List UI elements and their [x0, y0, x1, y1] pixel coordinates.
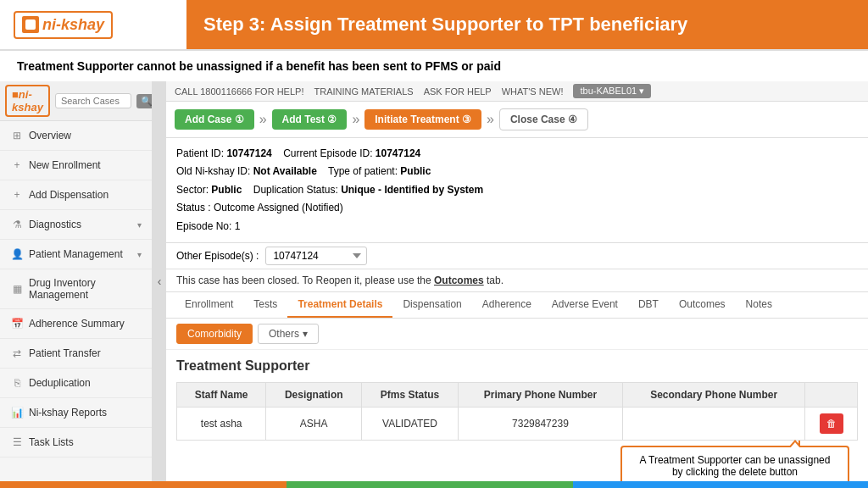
tab-adherence[interactable]: Adherence: [472, 292, 542, 318]
sidebar-label: Overview: [29, 130, 71, 141]
logo-icon: [22, 16, 39, 33]
list-icon: ☰: [10, 435, 24, 449]
training-materials[interactable]: TRAINING MATERIALS: [314, 86, 413, 97]
chevron-down-icon: ▾: [137, 250, 142, 259]
treatment-supporter-section: Treatment Supporter Staff Name Designati…: [166, 350, 868, 481]
episode-id-label: Current Episode ID:: [283, 147, 376, 159]
close-case-button[interactable]: Close Case ④: [499, 108, 588, 130]
sub-tabs-row: Comorbidity Others ▾: [166, 319, 868, 350]
steps-bar: Add Case ① » Add Test ② » Initiate Treat…: [166, 102, 868, 138]
spacing3: [245, 184, 251, 196]
transfer-icon: ⇄: [10, 347, 24, 360]
sidebar-item-adherence-summary[interactable]: 📅 Adherence Summary: [0, 309, 152, 339]
search-input[interactable]: [55, 93, 131, 108]
tab-notes[interactable]: Notes: [736, 292, 782, 318]
sector-label: Sector:: [176, 184, 211, 196]
callout-container: A Treatment Supporter can be unassigned …: [176, 446, 858, 481]
tab-outcomes[interactable]: Outcomes: [669, 292, 736, 318]
tab-dbt[interactable]: DBT: [628, 292, 669, 318]
add-case-button[interactable]: Add Case ①: [175, 109, 254, 130]
col-pfms-status: Pfms Status: [362, 382, 459, 407]
tab-adverse-event[interactable]: Adverse Event: [542, 292, 628, 318]
other-episodes-select[interactable]: 10747124: [265, 247, 367, 265]
bottom-bar: [0, 481, 868, 488]
callout-text: A Treatment Supporter can be unassigned …: [640, 454, 831, 478]
other-episodes-row: Other Episode(s) : 10747124: [166, 243, 868, 269]
add-test-button[interactable]: Add Test ②: [272, 109, 348, 130]
sidebar-top-nav: ■ni-kshay 🔍: [0, 81, 152, 121]
episode-no: 1: [235, 220, 241, 232]
sidebar: ■ni-kshay 🔍 ⊞ Overview + New Enrollment …: [0, 81, 153, 481]
col-secondary-phone: Secondary Phone Number: [623, 382, 805, 407]
tabs-row: Enrollment Tests Treatment Details Dispe…: [166, 292, 868, 319]
sidebar-item-task-lists[interactable]: ☰ Task Lists: [0, 428, 152, 458]
secondary-phone-cell: [623, 407, 805, 440]
warning-text: Treatment Supporter cannot be unassigned…: [17, 59, 501, 73]
tab-dispensation[interactable]: Dispensation: [392, 292, 471, 318]
copy-icon: ⎘: [10, 376, 24, 390]
sidebar-logo: ■ni-kshay: [12, 88, 43, 114]
sidebar-item-patient-transfer[interactable]: ⇄ Patient Transfer: [0, 339, 152, 369]
plus-icon: +: [10, 188, 24, 202]
sidebar-item-overview[interactable]: ⊞ Overview: [0, 121, 152, 151]
grid-icon: ⊞: [10, 129, 24, 142]
sidebar-item-patient-management[interactable]: 👤 Patient Management ▾: [0, 240, 152, 269]
sidebar-item-drug-inventory[interactable]: ▦ Drug Inventory Management: [0, 269, 152, 309]
col-designation: Designation: [266, 382, 362, 407]
whats-new[interactable]: WHAT'S NEW!: [502, 86, 564, 97]
chart-icon: 📊: [10, 406, 24, 419]
nikshay-id: Not Available: [253, 165, 317, 177]
warning-bar: Treatment Supporter cannot be unassigned…: [0, 51, 868, 81]
sidebar-label: Add Dispensation: [29, 189, 108, 201]
ask-help[interactable]: ASK FOR HELP: [424, 86, 492, 97]
status-value: Outcome Assigned (Notified): [214, 202, 343, 214]
episode-id: 10747124: [376, 147, 420, 159]
sub-tab-comorbidity[interactable]: Comorbidity: [176, 324, 253, 344]
tab-treatment-details[interactable]: Treatment Details: [287, 292, 392, 318]
sidebar-item-nikshay-reports[interactable]: 📊 Ni-kshay Reports: [0, 398, 152, 428]
outcomes-link[interactable]: Outcomes: [434, 274, 484, 286]
sidebar-label: New Enrollment: [29, 159, 101, 171]
delete-button[interactable]: 🗑: [820, 413, 843, 434]
calendar-icon: 📅: [10, 317, 24, 330]
svg-rect-0: [25, 19, 36, 30]
dropdown-arrow-icon: ▾: [303, 328, 308, 340]
sidebar-item-add-dispensation[interactable]: + Add Dispensation: [0, 180, 152, 210]
sidebar-item-deduplication[interactable]: ⎘ Deduplication: [0, 369, 152, 398]
sector: Public: [211, 184, 242, 196]
col-staff-name: Staff Name: [177, 382, 266, 407]
table-row: test asha ASHA VALIDATED 7329847239 🗑: [177, 407, 858, 440]
patient-type-label: Type of patient:: [328, 165, 400, 177]
call-help: CALL 1800116666 FOR HELP!: [175, 86, 303, 97]
col-action: [805, 382, 858, 407]
sidebar-item-new-enrollment[interactable]: + New Enrollment: [0, 151, 152, 180]
sidebar-label: Drug Inventory Management: [29, 277, 142, 301]
episode-no-label: Episode No:: [176, 220, 235, 232]
add-case-label: Add Case ①: [185, 114, 244, 125]
dup-status: Unique - Identified by System: [341, 184, 483, 196]
user-badge[interactable]: tbu-KABEL01 ▾: [573, 84, 651, 98]
sidebar-item-diagnostics[interactable]: ⚗ Diagnostics ▾: [0, 210, 152, 240]
status-label: Status :: [176, 202, 214, 214]
box-icon: ▦: [10, 282, 24, 296]
search-button[interactable]: 🔍: [136, 94, 153, 108]
dup-label: Duplication Status:: [253, 184, 341, 196]
closed-notice-end: tab.: [487, 274, 504, 286]
tab-tests[interactable]: Tests: [243, 292, 287, 318]
closed-notice-text: This case has been closed. To Reopen it,…: [176, 274, 434, 286]
spacing2: [320, 165, 326, 177]
callout-arrow-inner: [790, 442, 800, 448]
initiate-treatment-button[interactable]: Initiate Treatment ③: [364, 109, 481, 130]
sidebar-label: Diagnostics: [29, 219, 81, 230]
logo-text: ni-kshay: [42, 16, 104, 34]
sub-tab-others-dropdown[interactable]: Others ▾: [258, 324, 319, 344]
page-title: Step 3: Assign Treatment Supporter to TP…: [203, 14, 687, 36]
sidebar-label: Adherence Summary: [29, 318, 125, 330]
tab-enrollment[interactable]: Enrollment: [175, 292, 243, 318]
spacing: [275, 147, 281, 159]
sidebar-collapse-button[interactable]: ‹: [153, 81, 166, 481]
content-topnav: CALL 1800116666 FOR HELP! TRAINING MATER…: [166, 81, 868, 102]
add-test-label: Add Test ②: [282, 114, 337, 125]
chevron-down-icon: ▾: [137, 220, 142, 230]
content-area: CALL 1800116666 FOR HELP! TRAINING MATER…: [166, 81, 868, 481]
